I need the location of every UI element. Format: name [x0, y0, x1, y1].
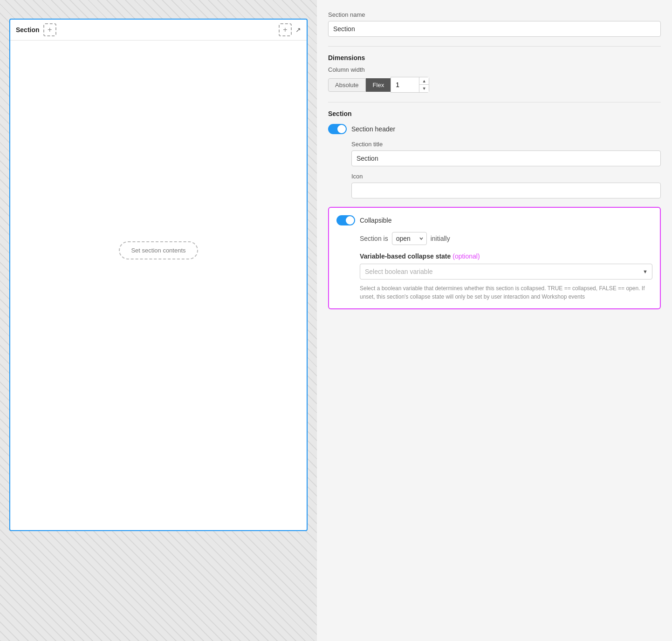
add-left-button[interactable]: + — [43, 23, 56, 36]
section-body: Set section contents — [10, 41, 307, 460]
column-width-row: Absolute Flex ▲ ▼ — [328, 77, 661, 93]
section-header-left: Section + — [16, 23, 56, 36]
collapsible-box: Collapsible Section is open closed initi… — [328, 207, 661, 309]
boolean-variable-select[interactable]: Select boolean variable — [360, 264, 652, 280]
canvas-area: Section + + ↗ Set section contents — [0, 0, 317, 641]
section-name-block: Section name — [328, 11, 661, 37]
collapsible-indent: Section is open closed initially Variabl… — [336, 232, 652, 301]
section-container: Section + + ↗ Set section contents — [9, 19, 308, 531]
dimensions-block: Dimensions Column width Absolute Flex ▲ … — [328, 54, 661, 93]
section-is-select[interactable]: open closed — [392, 232, 427, 245]
spinner-buttons: ▲ ▼ — [419, 77, 429, 92]
section-name-label: Section name — [328, 11, 661, 18]
right-panel: Section name Dimensions Column width Abs… — [317, 0, 672, 641]
set-contents-button[interactable]: Set section contents — [119, 241, 198, 259]
section-title: Section — [16, 26, 40, 34]
boolean-select-wrap: Select boolean variable — [360, 264, 652, 280]
spinner-up-button[interactable]: ▲ — [419, 77, 429, 85]
helper-text: Select a boolean variable that determine… — [360, 284, 652, 301]
column-width-label: Column width — [328, 66, 661, 73]
variable-label: Variable-based collapse state (optional) — [360, 252, 652, 260]
section-title-block: Section title Icon — [328, 141, 661, 205]
collapsible-toggle-label: Collapsible — [360, 217, 391, 224]
flex-input-wrap: ▲ ▼ — [391, 77, 429, 93]
absolute-button[interactable]: Absolute — [328, 78, 366, 92]
spinner-down-button[interactable]: ▼ — [419, 85, 429, 92]
initially-label: initially — [431, 235, 450, 242]
section-is-row: Section is open closed initially — [360, 232, 652, 245]
icon-label: Icon — [351, 173, 661, 180]
collapsible-toggle[interactable] — [336, 215, 355, 225]
section-group-block: Section Section header Section title Ico… — [328, 110, 661, 309]
icon-input[interactable] — [351, 183, 661, 198]
flex-value-input[interactable] — [391, 78, 419, 91]
flex-button[interactable]: Flex — [366, 78, 391, 92]
section-group-label: Section — [328, 110, 661, 117]
optional-label: (optional) — [453, 252, 480, 260]
section-is-label: Section is — [360, 235, 388, 242]
dimensions-label: Dimensions — [328, 54, 661, 61]
section-header-bar: Section + + ↗ — [10, 20, 307, 41]
add-right-button[interactable]: + — [279, 23, 292, 36]
section-name-input[interactable] — [328, 21, 661, 37]
section-title-input[interactable] — [351, 150, 661, 166]
section-header-toggle[interactable] — [328, 124, 347, 134]
section-header-toggle-label: Section header — [351, 125, 395, 133]
section-header-right: + ↗ — [279, 23, 301, 36]
collapsible-toggle-row: Collapsible — [336, 215, 652, 225]
section-header-toggle-row: Section header — [328, 124, 661, 134]
expand-icon[interactable]: ↗ — [295, 26, 301, 34]
section-title-label: Section title — [351, 141, 661, 148]
